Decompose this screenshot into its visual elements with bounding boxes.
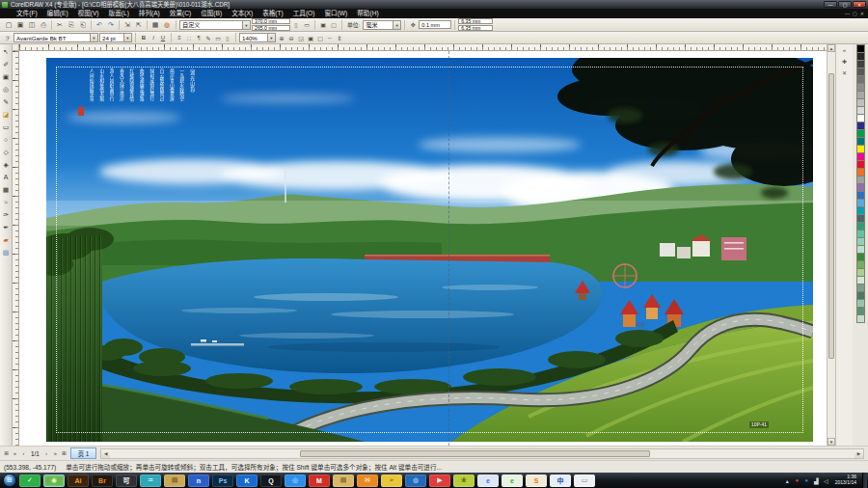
maximize-button[interactable]: ▢ (838, 1, 852, 8)
underline-button[interactable]: U (158, 33, 168, 43)
pick-tool[interactable]: ↖ (1, 46, 12, 57)
add-page-end-button[interactable]: ⊞ (60, 448, 68, 459)
undo-button[interactable]: ↶ (94, 19, 105, 30)
taskbar-bridge[interactable]: Br (92, 474, 113, 487)
print-button[interactable]: ⎙ (38, 19, 49, 30)
units-combo[interactable]: 毫米▾ (363, 20, 401, 30)
horizontal-scroll-thumb[interactable] (300, 450, 650, 457)
next-page-button[interactable]: › (42, 448, 51, 459)
page-tab[interactable]: 页 1 (70, 447, 97, 459)
zoom-selected-button[interactable]: ◲ (296, 33, 306, 43)
italic-button[interactable]: I (149, 33, 158, 43)
scroll-down-arrow[interactable]: ▼ (827, 438, 835, 446)
paper-width-field[interactable]: 370.0 mm (252, 18, 290, 24)
start-button[interactable]: ⊞ (3, 474, 16, 487)
taskbar-illustrator[interactable]: Ai (68, 474, 89, 487)
menu-file[interactable]: 文件(F) (12, 9, 42, 18)
menu-table[interactable]: 表格(T) (258, 9, 288, 18)
zoom-page-button[interactable]: ▢ (315, 33, 325, 43)
fill-tool[interactable]: ▰ (1, 234, 12, 245)
cut-button[interactable]: ✂ (54, 19, 66, 30)
menu-text[interactable]: 文本(X) (227, 9, 258, 18)
interactive-fill-tool[interactable]: ▨ (1, 247, 12, 258)
outline-pen-tool[interactable]: ✒ (1, 222, 12, 232)
freehand-tool[interactable]: ✎ (1, 96, 12, 107)
zoom-level-combo[interactable]: 140%▾ (239, 33, 276, 42)
menu-help[interactable]: 帮助(H) (352, 9, 383, 18)
taskbar-antivirus[interactable]: ✓ (19, 474, 41, 487)
taskbar-usb-drive[interactable]: ▭ (574, 474, 595, 487)
volume-icon[interactable]: ◁ (823, 477, 829, 484)
taskbar-m-app[interactable]: M (309, 474, 330, 487)
tray-security-icon[interactable]: ● (794, 477, 800, 484)
zoom-in-button[interactable]: ⊕ (277, 33, 286, 43)
text-tool[interactable]: A (1, 172, 12, 182)
taskbar-media-app[interactable]: ♒ (140, 474, 161, 487)
app-launcher-button[interactable]: ▦ (149, 19, 161, 30)
drop-cap-button[interactable]: ¶ (194, 33, 203, 43)
menu-bitmaps[interactable]: 位图(B) (196, 9, 227, 18)
hidden-icons-icon[interactable]: ▴ (784, 477, 791, 484)
tray-app-icon[interactable]: ● (803, 477, 810, 484)
menu-arrange[interactable]: 排列(A) (134, 9, 165, 18)
zoom-page-width-button[interactable]: ⇔ (325, 33, 335, 43)
shape-tool[interactable]: ✐ (1, 59, 12, 69)
menu-view[interactable]: 视图(V) (73, 9, 104, 18)
minimize-button[interactable]: — (824, 1, 837, 8)
paper-height-field[interactable]: 265.0 mm (252, 25, 290, 31)
welcome-button[interactable]: ◍ (161, 19, 173, 30)
taskbar-ie[interactable]: e (477, 474, 499, 487)
rectangle-tool[interactable]: ▭ (1, 122, 12, 132)
vertical-ruler[interactable] (13, 51, 19, 446)
drawing-canvas[interactable]: （湖光山色）一泓碧水映晴空两岸青山叠翠屏白云悠悠随风过绿树成荫绕湖行曲径通幽花满… (19, 51, 827, 446)
duplicate-y-field[interactable]: 6.35 mm (458, 25, 493, 31)
menu-edit[interactable]: 编辑(E) (42, 9, 73, 18)
font-combo[interactable]: AvantGarde Bk BT▾ (14, 33, 98, 42)
scroll-left-arrow[interactable]: ◀ (101, 449, 110, 458)
taskbar-coreldraw[interactable]: ◉ (43, 474, 65, 487)
horizontal-scrollbar[interactable]: ◀ ▶ (100, 448, 864, 459)
polygon-tool[interactable]: ◇ (1, 147, 12, 157)
interactive-blend-tool[interactable]: ≈ (1, 197, 12, 207)
taskbar-qq[interactable]: Q (260, 474, 282, 487)
first-page-button[interactable]: « (11, 448, 19, 459)
doc-control-1[interactable]: ▢ (853, 9, 857, 18)
copy-button[interactable]: ⎘ (66, 19, 77, 30)
bold-button[interactable]: B (139, 33, 149, 43)
vertical-scroll-thumb[interactable] (828, 73, 834, 359)
zoom-page-height-button[interactable]: ⇕ (335, 33, 344, 43)
crop-tool[interactable]: ▣ (1, 71, 12, 82)
close-icon[interactable]: ✕ (840, 69, 850, 78)
pin-icon[interactable]: ✚ (840, 58, 850, 67)
nudge-offset-field[interactable]: 0.1 mm (419, 20, 451, 29)
doc-control-2[interactable]: ✕ (860, 9, 864, 18)
network-icon[interactable]: ▟ (813, 477, 820, 484)
show-desktop-button[interactable] (862, 473, 867, 488)
taskbar-green-bird[interactable]: ❀ (453, 474, 475, 487)
table-tool[interactable]: ▦ (1, 184, 12, 195)
bullet-list-button[interactable]: ∷ (184, 33, 194, 43)
taskbar-globe-browser[interactable]: ◍ (405, 474, 426, 487)
menu-window[interactable]: 窗口(W) (319, 9, 352, 18)
font-size-combo[interactable]: 24 pt▾ (99, 33, 132, 42)
taskbar-pps-player[interactable]: ▶ (429, 474, 450, 487)
taskbar-pictures-folder[interactable]: ▤ (164, 474, 185, 487)
basic-shapes-tool[interactable]: ◈ (1, 159, 12, 170)
scroll-up-arrow[interactable]: ▲ (827, 44, 835, 52)
prev-page-button[interactable]: ‹ (19, 448, 28, 459)
taskbar-browser-swirl[interactable]: ◎ (285, 474, 306, 487)
ellipse-tool[interactable]: ○ (1, 134, 12, 145)
import-button[interactable]: ⇲ (122, 19, 133, 30)
redo-button[interactable]: ↷ (105, 19, 117, 30)
menu-effects[interactable]: 效果(C) (165, 9, 196, 18)
add-page-button[interactable]: ⊞ (2, 448, 11, 459)
menu-layout[interactable]: 版面(L) (104, 9, 134, 18)
last-page-button[interactable]: » (51, 448, 60, 459)
portrait-button[interactable]: ▯ (291, 19, 301, 30)
ruler-origin-corner[interactable] (13, 44, 19, 51)
menu-tools[interactable]: 工具(O) (288, 9, 320, 18)
taskbar-clock[interactable]: 1:36 2013/1/14 (832, 474, 859, 486)
vertical-scrollbar[interactable]: ▲ ▼ (827, 44, 835, 446)
taskbar-n-app[interactable]: n (188, 474, 209, 487)
taskbar-browser-360[interactable]: e (502, 474, 523, 487)
